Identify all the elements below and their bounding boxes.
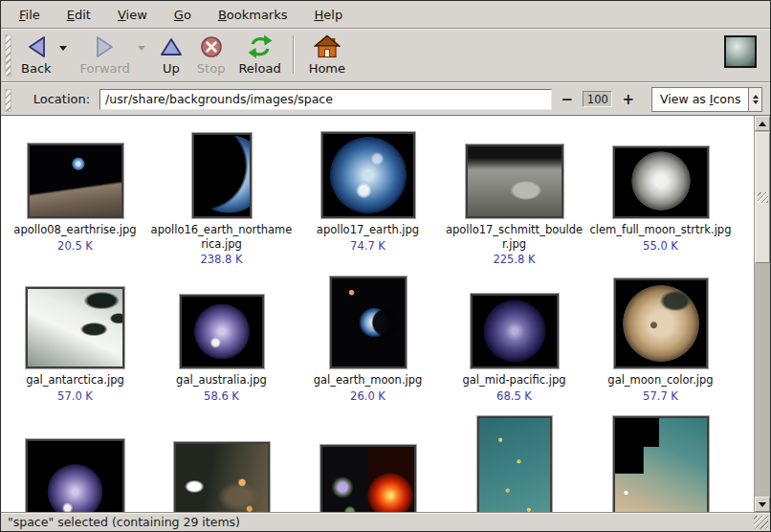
file-thumbnail-dark-purple-earth-icon[interactable] bbox=[471, 294, 559, 368]
back-arrow-icon bbox=[24, 33, 49, 61]
file-thumbnail-earth-crescent-icon[interactable] bbox=[192, 133, 252, 218]
file-name: gal_mid-pacific.jpg bbox=[462, 373, 565, 388]
file-thumbnail-purple-earth-icon[interactable] bbox=[26, 439, 124, 512]
toolbar-separator bbox=[293, 35, 294, 74]
file-name: gal_moon_color.jpg bbox=[607, 373, 713, 388]
forward-arrow-icon bbox=[93, 33, 118, 61]
reload-label: Reload bbox=[238, 61, 280, 76]
file-item-apollo08_earthrise.jpg[interactable]: apollo08_earthrise.jpg20.5 K bbox=[2, 130, 148, 280]
menubar: File Edit View Go Bookmarks Help bbox=[1, 1, 770, 28]
home-button[interactable]: Home bbox=[302, 32, 352, 77]
file-thumbnail-nebula-pair-icon[interactable] bbox=[320, 445, 416, 512]
scrollbar-grip-icon bbox=[758, 192, 768, 203]
scroll-up-button[interactable] bbox=[755, 116, 770, 131]
file-manager-window: File Edit View Go Bookmarks Help Back Fo… bbox=[0, 0, 771, 532]
file-thumbnail-antarctica-icon[interactable] bbox=[26, 287, 124, 368]
file-thumbnail-blue-marble-icon[interactable] bbox=[321, 132, 415, 218]
file-thumbnail-galaxy-icon[interactable] bbox=[174, 442, 270, 512]
menu-help[interactable]: Help bbox=[302, 4, 356, 26]
file-item-apollo17_schmitt_boulder.jpg[interactable]: apollo17_schmitt_boulder.jpg225.8 K bbox=[441, 130, 587, 280]
stop-label: Stop bbox=[197, 61, 226, 76]
scroll-down-button[interactable] bbox=[755, 497, 770, 512]
icon-row bbox=[1, 416, 754, 512]
back-button[interactable]: Back bbox=[14, 32, 58, 77]
dropdown-arrow-icon[interactable] bbox=[748, 88, 761, 111]
file-thumbnail-teal-streaks-icon[interactable] bbox=[477, 416, 552, 512]
home-icon bbox=[314, 33, 341, 61]
file-item-partial[interactable] bbox=[148, 416, 295, 512]
file-name: apollo17_schmitt_boulder.jpg bbox=[443, 223, 585, 251]
throbber-globe-icon bbox=[724, 35, 757, 68]
file-size: 57.7 K bbox=[643, 389, 678, 403]
toolbar: Back Forward Up Stop bbox=[1, 30, 770, 81]
file-item-gal_moon_color.jpg[interactable]: gal_moon_color.jpg57.7 K bbox=[587, 280, 734, 416]
stop-icon bbox=[199, 33, 224, 61]
file-thumbnail-purple-earth-icon[interactable] bbox=[180, 295, 264, 368]
icon-row: gal_antarctica.jpg57.0 Kgal_australia.jp… bbox=[1, 280, 754, 416]
location-input[interactable] bbox=[99, 89, 552, 110]
zoom-level-indicator: 100 bbox=[583, 91, 612, 107]
forward-history-dropdown[interactable] bbox=[137, 33, 152, 61]
resize-grip[interactable] bbox=[754, 516, 768, 529]
scroll-up-arrow-icon bbox=[759, 122, 766, 126]
file-item-partial[interactable] bbox=[295, 416, 441, 512]
icon-grid[interactable]: apollo08_earthrise.jpg20.5 Kapollo16_ear… bbox=[1, 116, 754, 512]
menu-edit[interactable]: Edit bbox=[55, 4, 103, 26]
locationbar-drag-handle[interactable] bbox=[5, 89, 11, 112]
file-name: gal_antarctica.jpg bbox=[26, 373, 124, 388]
zoom-in-button[interactable]: + bbox=[618, 91, 638, 108]
zoom-out-button[interactable]: − bbox=[558, 91, 578, 108]
file-item-gal_antarctica.jpg[interactable]: gal_antarctica.jpg57.0 K bbox=[2, 280, 148, 416]
toolbar-drag-handle[interactable] bbox=[5, 34, 11, 77]
file-size: 58.6 K bbox=[204, 389, 239, 403]
file-size: 55.0 K bbox=[643, 239, 678, 253]
file-item-partial[interactable] bbox=[441, 416, 587, 512]
file-thumbnail-gray-moon-icon[interactable] bbox=[613, 146, 709, 218]
file-name: apollo16_earth_northamerica.jpg bbox=[150, 223, 293, 251]
status-text: "space" selected (containing 29 items) bbox=[8, 515, 240, 529]
file-thumbnail-color-moon-icon[interactable] bbox=[614, 278, 708, 368]
file-size: 20.5 K bbox=[57, 239, 93, 253]
file-size: 26.0 K bbox=[350, 389, 386, 403]
file-item-apollo16_earth_northamerica.jpg[interactable]: apollo16_earth_northamerica.jpg238.8 K bbox=[148, 130, 295, 280]
back-history-dropdown[interactable] bbox=[58, 33, 74, 61]
file-item-gal_earth_moon.jpg[interactable]: gal_earth_moon.jpg26.0 K bbox=[295, 280, 441, 416]
menu-bookmarks[interactable]: Bookmarks bbox=[206, 4, 300, 26]
reload-icon bbox=[246, 33, 275, 61]
vertical-scrollbar[interactable] bbox=[754, 116, 770, 512]
file-size: 68.5 K bbox=[496, 389, 532, 403]
file-name: apollo17_earth.jpg bbox=[317, 223, 419, 237]
file-thumbnail-earth-moon-icon[interactable] bbox=[330, 277, 407, 368]
forward-button[interactable]: Forward bbox=[74, 32, 137, 77]
menu-view[interactable]: View bbox=[105, 4, 160, 26]
menu-file[interactable]: File bbox=[7, 4, 53, 26]
chevron-down-icon bbox=[59, 46, 67, 51]
file-item-partial[interactable] bbox=[2, 416, 148, 512]
scrollbar-thumb[interactable] bbox=[755, 132, 770, 263]
location-bar: Location: − 100 + View as Icons bbox=[1, 83, 770, 115]
file-thumbnail-stepped-nebula-icon[interactable] bbox=[613, 416, 709, 512]
file-item-apollo17_earth.jpg[interactable]: apollo17_earth.jpg74.7 K bbox=[295, 130, 441, 280]
file-item-gal_australia.jpg[interactable]: gal_australia.jpg58.6 K bbox=[148, 280, 295, 416]
reload-button[interactable]: Reload bbox=[231, 32, 287, 77]
file-size: 57.0 K bbox=[57, 389, 93, 403]
file-item-partial[interactable] bbox=[587, 416, 734, 512]
file-thumbnail-moonscape-icon[interactable] bbox=[466, 144, 563, 218]
view-mode-dropdown[interactable]: View as Icons bbox=[651, 87, 762, 112]
menu-go[interactable]: Go bbox=[162, 4, 204, 26]
file-size: 238.8 K bbox=[200, 253, 242, 266]
file-item-gal_mid-pacific.jpg[interactable]: gal_mid-pacific.jpg68.5 K bbox=[441, 280, 587, 416]
file-size: 225.8 K bbox=[493, 253, 535, 266]
back-label: Back bbox=[21, 61, 52, 76]
file-name: apollo08_earthrise.jpg bbox=[13, 223, 136, 237]
scrollbar-track[interactable] bbox=[755, 131, 770, 497]
content-area: apollo08_earthrise.jpg20.5 Kapollo16_ear… bbox=[1, 115, 770, 512]
location-label: Location: bbox=[33, 92, 90, 106]
up-label: Up bbox=[163, 61, 180, 76]
up-button[interactable]: Up bbox=[152, 32, 190, 77]
icon-row: apollo08_earthrise.jpg20.5 Kapollo16_ear… bbox=[1, 130, 754, 280]
stop-button[interactable]: Stop bbox=[190, 32, 232, 77]
file-thumbnail-earthrise-icon[interactable] bbox=[28, 144, 123, 218]
file-item-clem_full_moon_strtrk.jpg[interactable]: clem_full_moon_strtrk.jpg55.0 K bbox=[587, 130, 734, 280]
scroll-down-arrow-icon bbox=[759, 502, 766, 507]
